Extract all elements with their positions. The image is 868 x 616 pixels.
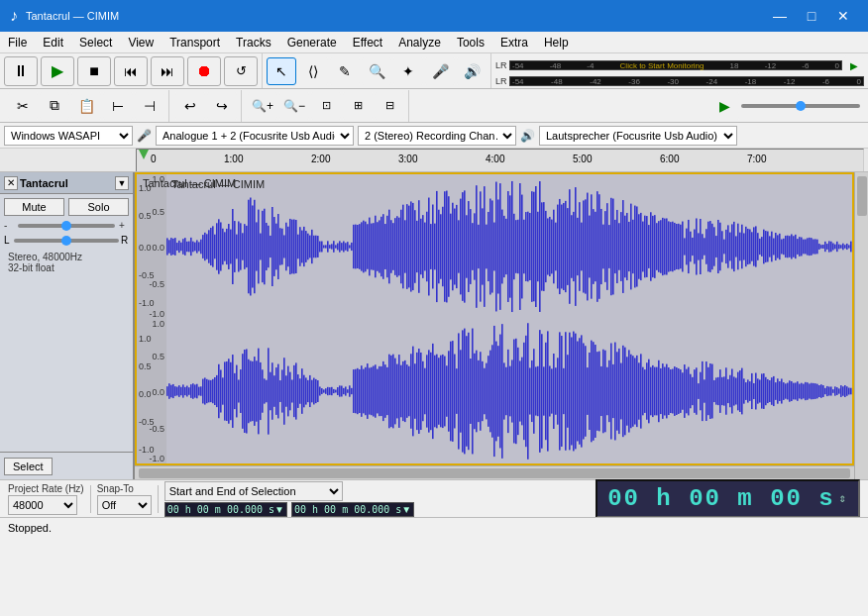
track-controls: Mute Solo - + L R Stereo, 48000Hz xyxy=(0,194,133,279)
trim-button[interactable]: ⊢ xyxy=(103,92,133,120)
status-bar: Stopped. xyxy=(0,517,868,537)
toolbar-row1: ⏸ ▶ ■ ⏮ ⏭ ⏺ ↺ ↖ ⟨⟩ ✎ 🔍 ✦ 🎤 🔊 LR -54 xyxy=(0,53,868,89)
ruler-4min: 4:00 xyxy=(486,154,504,164)
playback-meter-button[interactable]: ▶ xyxy=(844,55,864,75)
scrollbar-thumb[interactable] xyxy=(139,468,850,478)
timeline-ruler: 0 1:00 2:00 3:00 4:00 5:00 6:00 7:00 xyxy=(0,149,868,172)
redo-button[interactable]: ↪ xyxy=(207,92,237,120)
click-monitor-text[interactable]: Click to Start Monitoring xyxy=(620,61,705,70)
track-close-button[interactable]: ✕ xyxy=(4,176,18,190)
envelope-tool-button[interactable]: ⟨⟩ xyxy=(298,57,328,85)
track-title: Tantacrul — CIMIM xyxy=(143,177,236,189)
skip-end-button[interactable]: ⏭ xyxy=(151,56,184,86)
copy-button[interactable]: ⧉ xyxy=(40,92,69,120)
maximize-button[interactable]: □ xyxy=(797,2,826,30)
zoom-section: 🔍+ 🔍− ⊡ ⊞ ⊟ xyxy=(244,90,409,122)
zoom-in-button[interactable]: 🔍+ xyxy=(248,92,277,120)
app-window: ♪ Tantacrul — CIMIM — □ ✕ File Edit Sele… xyxy=(0,0,868,616)
close-button[interactable]: ✕ xyxy=(828,2,858,30)
time-scroll-button[interactable]: ⇕ xyxy=(839,491,848,506)
solo-button[interactable]: Solo xyxy=(68,198,129,216)
cut-button[interactable]: ✂ xyxy=(8,92,38,120)
menu-analyze[interactable]: Analyze xyxy=(390,32,449,53)
pan-slider[interactable] xyxy=(14,239,119,243)
speaker-button[interactable]: 🔊 xyxy=(457,57,487,85)
ruler-3min: 3:00 xyxy=(398,154,417,164)
waveform-wrapper[interactable]: Tantacrul — CIMIM 1.0 0.5 0.0 -0.5 -1.0 … xyxy=(135,172,854,465)
output-device-select[interactable]: Lautsprecher (Focusrite Usb Audio) xyxy=(539,126,737,146)
start-time-input-wrapper: 00 h 00 m 00.000 s ▼ xyxy=(164,502,287,517)
pan-left-label: L xyxy=(4,235,12,246)
end-time-dropdown[interactable]: ▼ xyxy=(401,504,411,515)
toolbar-row2: ✂ ⧉ 📋 ⊢ ⊣ ↩ ↪ 🔍+ 🔍− ⊡ ⊞ ⊟ ▶ xyxy=(0,89,868,123)
undo-button[interactable]: ↩ xyxy=(175,92,205,120)
vertical-scrollbar[interactable] xyxy=(854,172,868,479)
title-bar-left: ♪ Tantacrul — CIMIM xyxy=(10,7,119,25)
mic-button[interactable]: 🎤 xyxy=(425,57,455,85)
multi-tool-button[interactable]: ✦ xyxy=(393,57,423,85)
playback-slider[interactable] xyxy=(741,104,860,108)
start-time-dropdown[interactable]: ▼ xyxy=(274,504,284,515)
end-time-value: 00 h 00 m 00.000 s xyxy=(294,504,401,515)
menu-view[interactable]: View xyxy=(120,32,162,53)
menu-select[interactable]: Select xyxy=(71,32,120,53)
select-button[interactable]: Select xyxy=(4,458,53,475)
v-scrollbar-thumb[interactable] xyxy=(857,176,867,216)
gain-slider[interactable] xyxy=(18,224,115,228)
play-button[interactable]: ▶ xyxy=(41,56,74,86)
record-button[interactable]: ⏺ xyxy=(187,56,221,86)
menu-bar: File Edit Select View Transport Tracks G… xyxy=(0,32,868,53)
zoom-toggle-button[interactable]: ⊟ xyxy=(375,92,404,120)
zoom-out-button[interactable]: 🔍− xyxy=(279,92,309,120)
zoom-fit-button[interactable]: ⊞ xyxy=(343,92,373,120)
minimize-button[interactable]: — xyxy=(765,2,795,30)
channels-select[interactable]: 2 (Stereo) Recording Chan… xyxy=(358,126,516,146)
ruler-2min: 2:00 xyxy=(311,154,330,164)
selection-mode-select[interactable]: Start and End of Selection xyxy=(164,481,343,501)
menu-generate[interactable]: Generate xyxy=(279,32,345,53)
menu-effect[interactable]: Effect xyxy=(345,32,390,53)
snap-select[interactable]: Off xyxy=(97,495,152,515)
skip-start-button[interactable]: ⏮ xyxy=(114,56,148,86)
mute-button[interactable]: Mute xyxy=(4,198,64,216)
waveform-canvas[interactable] xyxy=(137,174,852,463)
title-bar-controls: — □ ✕ xyxy=(765,2,858,30)
rate-label: Project Rate (Hz) xyxy=(8,483,84,494)
track-header: ✕ Tantacrul ▼ xyxy=(0,172,133,194)
transport-section: ⏸ ▶ ■ ⏮ ⏭ ⏺ ↺ xyxy=(0,53,263,88)
track-dropdown-button[interactable]: ▼ xyxy=(115,176,129,190)
track-panel: ✕ Tantacrul ▼ Mute Solo - + L xyxy=(0,172,135,479)
silence-button[interactable]: ⊣ xyxy=(135,92,164,120)
draw-tool-button[interactable]: ✎ xyxy=(330,57,360,85)
cursor-tool-button[interactable]: ↖ xyxy=(267,57,296,85)
gain-row: - + xyxy=(4,220,129,231)
zoom-tool-button[interactable]: 🔍 xyxy=(362,57,391,85)
horizontal-scrollbar[interactable] xyxy=(135,465,854,479)
zoom-sel-button[interactable]: ⊡ xyxy=(311,92,341,120)
monitoring-section: LR -54 -48 -4 Click to Start Monitoring … xyxy=(491,53,868,88)
menu-edit[interactable]: Edit xyxy=(35,32,71,53)
play-green-button[interactable]: ▶ xyxy=(709,92,739,120)
project-rate-select[interactable]: 48000 xyxy=(8,495,77,515)
snap-label: Snap-To xyxy=(97,483,134,494)
api-select[interactable]: Windows WASAPI xyxy=(4,126,133,146)
menu-help[interactable]: Help xyxy=(536,32,577,53)
menu-tracks[interactable]: Tracks xyxy=(228,32,279,53)
gain-max-label: + xyxy=(119,220,129,231)
menu-tools[interactable]: Tools xyxy=(449,32,492,53)
status-text: Stopped. xyxy=(8,522,52,534)
menu-transport[interactable]: Transport xyxy=(162,32,228,53)
stop-button[interactable]: ■ xyxy=(77,56,111,86)
pause-button[interactable]: ⏸ xyxy=(4,56,38,86)
project-rate-section: Project Rate (Hz) 48000 xyxy=(8,483,84,515)
menu-extra[interactable]: Extra xyxy=(492,32,536,53)
loop-button[interactable]: ↺ xyxy=(224,56,258,86)
start-time-value: 00 h 00 m 00.000 s xyxy=(167,504,274,515)
input-device-select[interactable]: Analogue 1 + 2 (Focusrite Usb Audio) xyxy=(156,126,354,146)
menu-file[interactable]: File xyxy=(0,32,35,53)
device-bar: Windows WASAPI 🎤 Analogue 1 + 2 (Focusri… xyxy=(0,123,868,149)
undo-section: ↩ ↪ xyxy=(171,90,242,122)
time-value: 00 h 00 m 00 s xyxy=(607,485,835,512)
pan-right-label: R xyxy=(121,235,129,246)
paste-button[interactable]: 📋 xyxy=(71,92,101,120)
